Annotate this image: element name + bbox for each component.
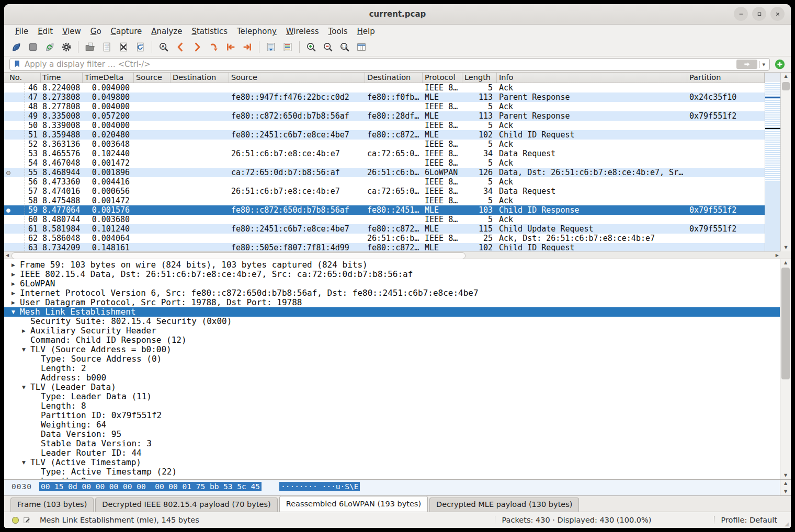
toolbar-stop-capture-button[interactable] xyxy=(25,40,41,54)
scroll-up-arrow-icon[interactable]: ▲ xyxy=(781,73,791,80)
menu-item-statistics[interactable]: Statistics xyxy=(187,26,232,37)
packet-row-62[interactable]: 628.5860480.00406426:51:c6:b…IEEE 8…25Ac… xyxy=(4,234,765,243)
column-header-delta[interactable]: TimeDelta xyxy=(83,73,134,83)
detail-row[interactable]: Length: 2 xyxy=(4,364,780,373)
column-header-src1[interactable]: Source xyxy=(134,73,171,83)
maximize-button[interactable] xyxy=(752,7,766,21)
detail-row[interactable]: ▶Auxiliary Security Header xyxy=(4,326,780,336)
toolbar-go-back-button[interactable] xyxy=(173,40,188,54)
collapse-icon[interactable]: ▼ xyxy=(22,345,30,354)
packet-row-51[interactable]: 518.3594880.020480fe80::2451:c6b7:e8ce:4… xyxy=(4,130,765,140)
expand-icon[interactable]: ▶ xyxy=(12,260,20,270)
expand-icon[interactable]: ▶ xyxy=(12,298,20,307)
packet-row-46[interactable]: 468.2240080.004000IEEE 8…5Ack xyxy=(4,83,765,92)
expert-info-button[interactable] xyxy=(9,514,21,526)
packet-row-63[interactable]: 638.7342090.148161fe80::505e:f807:7f81:4… xyxy=(4,243,765,251)
column-header-part[interactable]: Partition xyxy=(687,73,765,83)
resize-grip[interactable]: ◢ xyxy=(785,521,789,527)
detail-row[interactable]: Length: 8 xyxy=(4,477,780,479)
column-header-proto[interactable]: Protocol xyxy=(423,73,462,83)
filter-dropdown-caret[interactable]: ▾ xyxy=(759,61,767,68)
column-header-time[interactable]: Time xyxy=(41,73,83,83)
menu-item-tools[interactable]: Tools xyxy=(324,26,353,37)
toolbar-go-first-button[interactable] xyxy=(223,40,238,54)
detail-row[interactable]: Command: Child ID Response (12) xyxy=(4,336,780,345)
toolbar-find-packet-button[interactable]: A xyxy=(156,40,172,54)
toolbar-colorize-button[interactable] xyxy=(280,40,296,54)
toolbar-open-file-button[interactable] xyxy=(82,40,98,54)
toolbar-capture-options-button[interactable] xyxy=(59,40,74,54)
detail-row[interactable]: Type: Active Timestamp (22) xyxy=(4,467,780,477)
detail-row[interactable]: Weighting: 64 xyxy=(4,420,780,430)
capture-comment-button[interactable] xyxy=(21,514,32,526)
toolbar-go-forward-button[interactable] xyxy=(189,40,205,54)
scroll-down-arrow-icon[interactable]: ▼ xyxy=(780,472,791,479)
detail-row[interactable]: Data Version: 95 xyxy=(4,430,780,439)
detail-row[interactable]: ▼TLV (Active Timestamp) xyxy=(4,458,780,467)
toolbar-resize-columns-button[interactable] xyxy=(354,40,369,54)
detail-row[interactable]: ▶IEEE 802.15.4 Data, Dst: 26:51:c6:b7:e8… xyxy=(4,270,780,279)
detail-row[interactable]: ▼TLV (Leader Data) xyxy=(4,383,780,392)
column-header-info[interactable]: Info xyxy=(497,73,687,83)
packet-row-47[interactable]: 478.2738080.049800fe80::947f:f476:22bc:c… xyxy=(4,92,765,102)
toolbar-auto-scroll-button[interactable] xyxy=(263,40,279,54)
expand-icon[interactable]: ▶ xyxy=(12,279,20,288)
tab-byte-view-3[interactable]: Reassembled 6LoWPAN (193 bytes) xyxy=(279,496,428,512)
packet-list-minimap[interactable] xyxy=(765,73,780,251)
toolbar-close-file-button[interactable] xyxy=(116,40,131,54)
packet-row-59[interactable]: 598.4770640.001576fe80::c872:650d:b7b8:5… xyxy=(4,205,765,215)
packet-row-55[interactable]: 558.4689440.001896ca:72:65:0d:b7:b8:56:a… xyxy=(4,168,765,177)
scroll-up-arrow-icon[interactable]: ▲ xyxy=(780,259,791,267)
scroll-left-arrow-icon[interactable]: ◀ xyxy=(6,252,9,259)
status-profile[interactable]: Profile: Default xyxy=(721,516,777,524)
detail-row[interactable]: ▼Mesh Link Establishment xyxy=(4,307,780,317)
menu-item-wireless[interactable]: Wireless xyxy=(281,26,324,37)
detail-row[interactable]: ▶6LoWPAN xyxy=(4,279,780,288)
expand-icon[interactable]: ▶ xyxy=(12,270,20,279)
collapse-icon[interactable]: ▼ xyxy=(22,383,30,392)
menu-item-file[interactable]: File xyxy=(10,26,33,37)
hex-bytes-selected[interactable]: 00 15 0d 00 00 00 00 00 00 00 01 75 bb 5… xyxy=(39,482,262,491)
tab-byte-view-4[interactable]: Decrypted MLE payload (130 bytes) xyxy=(429,498,579,512)
column-header-dst1[interactable]: Destination xyxy=(171,73,229,83)
column-header-no[interactable]: No. xyxy=(4,73,41,83)
apply-filter-button[interactable] xyxy=(736,60,757,69)
packet-row-56[interactable]: 568.4733600.004416IEEE 8…5Ack xyxy=(4,177,765,187)
close-button[interactable] xyxy=(770,7,785,21)
column-header-len[interactable]: Length xyxy=(462,73,497,83)
packet-row-50[interactable]: 508.3390080.004000IEEE 8…5Ack xyxy=(4,121,765,130)
packet-row-52[interactable]: 528.3631360.003648IEEE 8…5Ack xyxy=(4,140,765,149)
detail-row[interactable]: ▼TLV (Source Address = b0:00) xyxy=(4,345,780,354)
packet-row-61[interactable]: 618.5819840.101240fe80::2451:c6b7:e8ce:4… xyxy=(4,224,765,234)
menu-item-analyze[interactable]: Analyze xyxy=(146,26,187,37)
horizontal-scrollbar-thumb[interactable] xyxy=(12,252,465,259)
detail-row[interactable]: ▶Frame 59: 103 bytes on wire (824 bits),… xyxy=(4,260,780,270)
detail-scrollbar[interactable]: ▲ ▼ xyxy=(780,259,791,479)
toolbar-zoom-reset-button[interactable]: 1:1 xyxy=(337,40,353,54)
menu-item-edit[interactable]: Edit xyxy=(33,26,58,37)
hex-ascii-selected[interactable]: ········ ···u·S\E xyxy=(279,482,360,491)
toolbar-go-to-packet-button[interactable] xyxy=(206,40,222,54)
minimize-button[interactable] xyxy=(734,7,748,21)
horizontal-scrollbar[interactable]: ◀ ▶ xyxy=(4,251,780,259)
column-header-dst2[interactable]: Destination xyxy=(365,73,423,83)
detail-row[interactable]: ▶User Datagram Protocol, Src Port: 19788… xyxy=(4,298,780,307)
toolbar-start-capture-button[interactable] xyxy=(8,40,24,54)
scroll-up-arrow-icon[interactable]: ▲ xyxy=(780,480,791,487)
bookmark-icon[interactable] xyxy=(13,60,22,69)
tab-byte-view-1[interactable]: Frame (103 bytes) xyxy=(10,498,94,512)
scroll-down-arrow-icon[interactable]: ▼ xyxy=(781,244,791,251)
expand-icon[interactable]: ▶ xyxy=(12,288,20,298)
collapse-icon[interactable]: ▼ xyxy=(22,458,30,467)
menu-item-capture[interactable]: Capture xyxy=(106,26,147,37)
toolbar-restart-capture-button[interactable] xyxy=(42,40,58,54)
expand-icon[interactable]: ▶ xyxy=(22,326,30,336)
packet-row-49[interactable]: 498.3350080.057200fe80::c872:650d:b7b8:5… xyxy=(4,111,765,121)
packet-list-scrollbar[interactable]: ▲ ▼ xyxy=(780,73,791,251)
collapse-icon[interactable]: ▼ xyxy=(12,307,20,317)
detail-row[interactable]: Partition ID: 0x79f551f2 xyxy=(4,411,780,420)
detail-row[interactable]: Leader Router ID: 44 xyxy=(4,448,780,458)
scroll-down-arrow-icon[interactable]: ▼ xyxy=(780,488,791,495)
detail-row[interactable]: Type: Leader Data (11) xyxy=(4,392,780,401)
menu-item-go[interactable]: Go xyxy=(86,26,106,37)
